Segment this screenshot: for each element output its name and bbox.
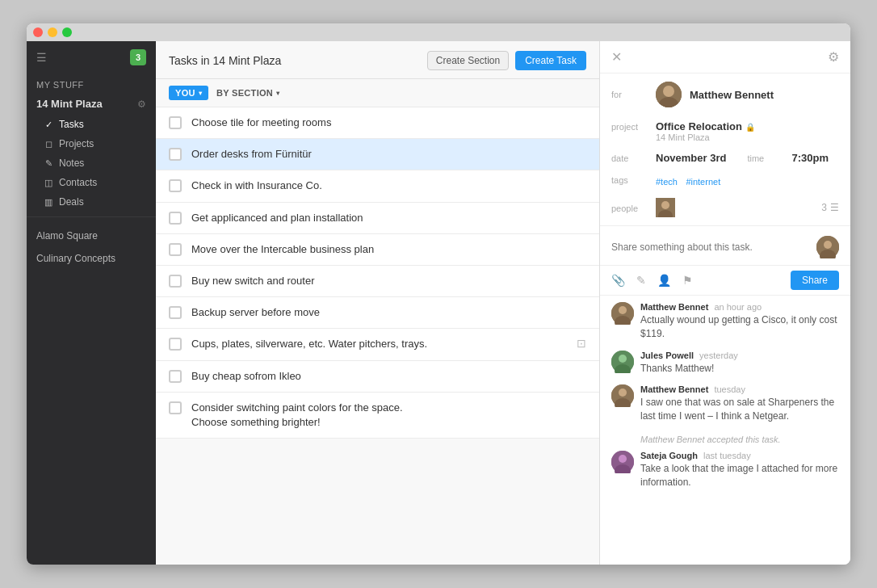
- share-input[interactable]: [611, 242, 810, 253]
- comment-time: last tuesday: [703, 451, 751, 460]
- sidebar: ☰ 3 My Stuff 14 Mint Plaza ⚙ ✓ Tasks ◻ P…: [27, 41, 156, 565]
- flag-icon[interactable]: ⚑: [682, 274, 693, 287]
- task-checkbox[interactable]: [169, 212, 182, 225]
- time-label: time: [747, 152, 783, 163]
- pencil-icon[interactable]: ✎: [636, 274, 646, 287]
- hamburger-icon[interactable]: ☰: [36, 51, 47, 64]
- task-checkbox[interactable]: [169, 338, 182, 351]
- detail-close-icon[interactable]: ✕: [611, 49, 622, 65]
- tag-item[interactable]: #internet: [686, 177, 720, 187]
- projects-icon: ◻: [43, 139, 54, 149]
- date-row: date November 3rd time 7:30pm: [600, 147, 850, 169]
- task-row[interactable]: Consider switching paint colors for the …: [156, 393, 599, 439]
- detail-divider: [600, 225, 850, 226]
- workspace-title: 14 Mint Plaza: [36, 98, 103, 110]
- attach-icon[interactable]: 📎: [611, 274, 625, 287]
- comment-avatar: [611, 351, 634, 373]
- sidebar-item-alamo[interactable]: Alamo Square: [27, 222, 156, 245]
- comment-item: Matthew Bennet tuesday I saw one that wa…: [611, 384, 839, 423]
- task-checkbox[interactable]: [169, 179, 182, 192]
- task-text: Order desks from Fürnitür: [191, 147, 312, 162]
- workspace-gear-icon[interactable]: ⚙: [137, 99, 146, 110]
- svg-point-7: [824, 241, 832, 249]
- minimize-button[interactable]: [48, 27, 57, 37]
- project-row: project Office Relocation 🔒 14 Mint Plaz…: [600, 116, 850, 147]
- mention-icon[interactable]: 👤: [657, 274, 671, 287]
- create-task-button[interactable]: Create Task: [515, 51, 586, 70]
- sidebar-item-projects-label: Projects: [59, 138, 94, 149]
- assignee-label: for: [611, 90, 648, 99]
- people-list-icon: ☰: [830, 202, 839, 213]
- task-checkbox[interactable]: [169, 401, 182, 414]
- comment-author: Matthew Bennet: [640, 384, 708, 394]
- detail-settings-icon[interactable]: ⚙: [828, 49, 839, 65]
- you-filter-label: YOU: [175, 88, 195, 98]
- share-button[interactable]: Share: [791, 271, 839, 290]
- task-row[interactable]: Backup server before move: [156, 297, 599, 329]
- people-row: people 3 ☰: [600, 193, 850, 222]
- task-row[interactable]: Cups, plates, silverware, etc. Water pit…: [156, 329, 599, 360]
- people-count-badge: 3: [821, 202, 827, 213]
- app-window: ☰ 3 My Stuff 14 Mint Plaza ⚙ ✓ Tasks ◻ P…: [27, 23, 850, 565]
- sidebar-item-contacts[interactable]: ◫ Contacts: [27, 173, 156, 192]
- task-row[interactable]: Buy new switch and router: [156, 266, 599, 297]
- comment-text: Take a look that the image I attached fo…: [640, 462, 839, 489]
- task-checkbox[interactable]: [169, 306, 182, 319]
- comment-content: Matthew Bennet tuesday I saw one that wa…: [640, 384, 839, 423]
- svg-point-13: [619, 355, 627, 363]
- maximize-button[interactable]: [62, 27, 72, 37]
- project-info: Office Relocation 🔒 14 Mint Plaza: [656, 120, 755, 142]
- notes-icon: ✎: [43, 158, 54, 169]
- by-section-filter-button[interactable]: BY SECTION ▾: [216, 88, 279, 98]
- comment-time: yesterday: [699, 351, 738, 360]
- sidebar-item-projects[interactable]: ◻ Projects: [27, 134, 156, 153]
- comment-item: Jules Powell yesterday Thanks Matthew!: [611, 351, 839, 376]
- main-area: Tasks in 14 Mint Plaza Create Section Cr…: [156, 41, 600, 565]
- people-avatars: [656, 198, 675, 217]
- task-row[interactable]: Get applicanced and plan installation: [156, 203, 599, 234]
- task-row[interactable]: Order desks from Fürnitür: [156, 139, 599, 170]
- task-checkbox[interactable]: [169, 116, 182, 129]
- comment-avatar: [611, 384, 634, 407]
- task-checkbox[interactable]: [169, 243, 182, 256]
- comment-time: tuesday: [714, 384, 745, 394]
- svg-point-16: [619, 388, 627, 397]
- detail-body: for Matthew Bennett project: [600, 74, 850, 565]
- project-label: project: [611, 120, 648, 132]
- create-section-button[interactable]: Create Section: [427, 51, 509, 70]
- task-checkbox[interactable]: [169, 370, 182, 383]
- task-text: Buy cheap sofrom Ikleo: [191, 369, 301, 384]
- tag-item[interactable]: #tech: [656, 177, 678, 187]
- task-expand-icon[interactable]: ⊡: [577, 337, 586, 350]
- sidebar-item-culinary[interactable]: Culinary Concepts: [27, 245, 156, 267]
- detail-panel: ✕ ⚙ for Matthew Bennett: [600, 41, 850, 565]
- sidebar-item-tasks[interactable]: ✓ Tasks: [27, 115, 156, 134]
- comment-author: Matthew Bennet: [640, 302, 708, 312]
- by-section-chevron-icon: ▾: [276, 90, 279, 97]
- task-row[interactable]: Choose tile for meeting rooms: [156, 107, 599, 139]
- project-name: Office Relocation 🔒: [656, 120, 755, 132]
- task-checkbox[interactable]: [169, 275, 182, 288]
- comment-content: Sateja Gough last tuesday Take a look th…: [640, 451, 839, 489]
- close-button[interactable]: [33, 27, 43, 37]
- you-filter-button[interactable]: YOU ▾: [169, 86, 208, 100]
- task-row[interactable]: Check in with Insurance Co.: [156, 170, 599, 202]
- person-avatar: [656, 198, 675, 217]
- tags-row: tags #tech #internet: [600, 169, 850, 193]
- comment-content: Matthew Bennet an hour ago Actually woun…: [640, 302, 839, 341]
- comment-section: Matthew Bennet an hour ago Actually woun…: [600, 296, 850, 506]
- time-value: 7:30pm: [791, 152, 829, 164]
- sidebar-item-notes[interactable]: ✎ Notes: [27, 153, 156, 173]
- assignee-row: for Matthew Bennett: [600, 74, 850, 116]
- sidebar-item-deals-label: Deals: [59, 196, 84, 208]
- comment-time: an hour ago: [714, 302, 762, 312]
- task-checkbox[interactable]: [169, 148, 182, 161]
- sidebar-item-deals[interactable]: ▥ Deals: [27, 192, 156, 212]
- task-row[interactable]: Buy cheap sofrom Ikleo: [156, 361, 599, 393]
- svg-point-19: [619, 455, 627, 463]
- task-list: Choose tile for meeting rooms Order desk…: [156, 107, 599, 565]
- by-section-filter-label: BY SECTION: [216, 88, 273, 98]
- deals-icon: ▥: [43, 197, 54, 208]
- task-row[interactable]: Move over the Intercable business plan: [156, 234, 599, 266]
- people-label: people: [611, 202, 648, 213]
